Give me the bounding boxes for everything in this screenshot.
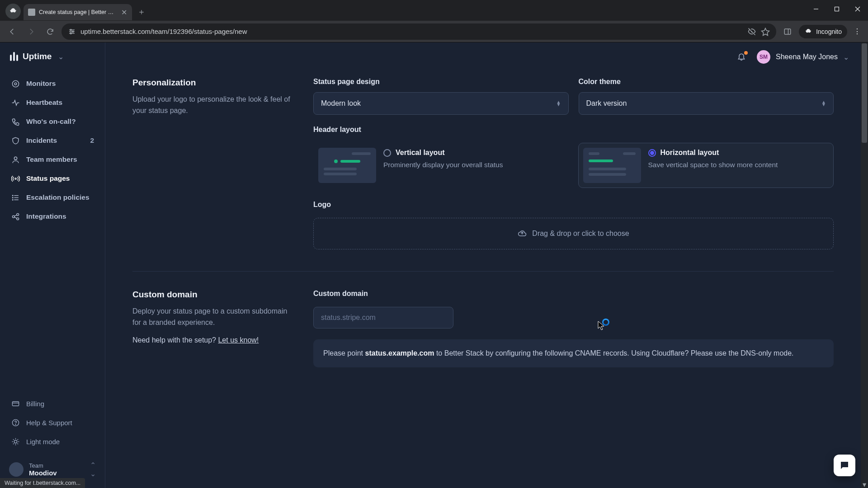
nav-integrations[interactable]: Integrations xyxy=(5,207,100,226)
design-select[interactable]: Modern look ▲▼ xyxy=(313,92,569,115)
theme-select[interactable]: Dark version ▲▼ xyxy=(579,92,834,115)
nav-oncall[interactable]: Who's on-call? xyxy=(5,112,100,131)
bookmark-star-icon[interactable] xyxy=(761,27,770,36)
nav-billing[interactable]: Billing xyxy=(5,394,100,413)
svg-line-40 xyxy=(13,443,14,444)
nav-forward-button[interactable] xyxy=(24,24,39,39)
nav-reload-button[interactable] xyxy=(42,24,58,39)
chevron-down-icon: ⌄ xyxy=(843,53,849,61)
svg-line-39 xyxy=(17,439,18,440)
address-bar[interactable]: uptime.betterstack.com/team/192396/statu… xyxy=(61,23,776,40)
incidents-count-badge: 2 xyxy=(90,136,94,145)
list-icon xyxy=(11,193,20,202)
design-label: Status page design xyxy=(313,78,569,86)
incognito-badge-icon xyxy=(5,4,21,19)
nav-light-mode[interactable]: Light mode xyxy=(5,432,100,451)
window-close-button[interactable] xyxy=(847,0,868,18)
svg-point-25 xyxy=(16,217,19,220)
logo-dropzone[interactable]: Drag & drop or click to choose xyxy=(313,218,834,249)
nav-label: Heartbeats xyxy=(26,99,62,107)
help-link[interactable]: Let us know! xyxy=(218,336,259,344)
svg-rect-1 xyxy=(835,7,839,11)
side-panel-icon[interactable] xyxy=(780,24,795,39)
theme-label: Color theme xyxy=(579,78,834,86)
nav-label: Team members xyxy=(26,155,77,164)
user-menu[interactable]: SM Sheena May Jones ⌄ xyxy=(757,50,849,64)
nav-incidents[interactable]: Incidents2 xyxy=(5,131,100,150)
sidebar: Uptime ⌄ Monitors Heartbeats Who's on-ca… xyxy=(0,42,105,488)
tab-favicon xyxy=(28,9,35,16)
nav-escalation[interactable]: Escalation policies xyxy=(5,188,100,207)
phone-icon xyxy=(11,117,20,126)
nav-monitors[interactable]: Monitors xyxy=(5,74,100,93)
layout-option-horizontal[interactable]: Horizontal layout Save vertical space to… xyxy=(578,143,834,188)
header-layout-label: Header layout xyxy=(313,126,834,134)
window-maximize-button[interactable] xyxy=(826,0,847,18)
svg-line-26 xyxy=(14,215,17,216)
section-title: Personalization xyxy=(132,78,295,88)
svg-point-22 xyxy=(12,199,13,200)
user-avatar: SM xyxy=(757,50,770,64)
custom-domain-label: Custom domain xyxy=(313,290,834,298)
new-tab-button[interactable]: ＋ xyxy=(135,5,148,19)
section-personalization: Personalization Upload your logo to pers… xyxy=(132,71,834,267)
nav-label: Help & Support xyxy=(26,419,72,427)
eye-off-icon[interactable] xyxy=(747,27,756,36)
svg-line-38 xyxy=(17,443,18,444)
svg-point-23 xyxy=(12,216,14,218)
select-chevrons-icon: ▲▼ xyxy=(821,101,826,106)
svg-rect-11 xyxy=(784,29,791,34)
nav-help[interactable]: Help & Support xyxy=(5,413,100,432)
section-custom-domain: Custom domain Deploy your status page to… xyxy=(132,283,834,385)
integrations-icon xyxy=(11,212,20,221)
cname-note: Please point status.example.com to Bette… xyxy=(313,339,834,367)
tab-close-icon[interactable]: ✕ xyxy=(120,9,127,16)
nav-label: Escalation policies xyxy=(26,193,90,202)
nav-label: Integrations xyxy=(26,212,66,221)
dropzone-text: Drag & drop or click to choose xyxy=(532,230,629,238)
browser-toolbar: uptime.betterstack.com/team/192396/statu… xyxy=(0,21,868,42)
radio-vertical[interactable] xyxy=(383,149,391,157)
site-settings-icon[interactable] xyxy=(68,28,76,36)
secondary-nav: Billing Help & Support Light mode xyxy=(0,391,105,454)
brand-logo-icon xyxy=(10,52,18,61)
svg-point-13 xyxy=(12,80,19,87)
status-text: Waiting for t.betterstack.com... xyxy=(5,480,80,486)
notifications-button[interactable] xyxy=(737,52,747,62)
svg-marker-10 xyxy=(762,28,769,35)
nav-team-members[interactable]: Team members xyxy=(5,150,100,169)
custom-domain-input[interactable] xyxy=(313,307,453,328)
card-icon xyxy=(11,399,20,408)
topbar: SM Sheena May Jones ⌄ xyxy=(105,42,868,71)
svg-point-16 xyxy=(14,178,16,179)
browser-status-bar: Waiting for t.betterstack.com... xyxy=(0,478,85,488)
layout-option-vertical[interactable]: Vertical layout Prominently display your… xyxy=(313,143,569,188)
heartbeat-icon xyxy=(11,98,20,107)
incognito-indicator[interactable]: Incognito xyxy=(799,25,847,38)
nav-label: Billing xyxy=(26,400,44,408)
radio-horizontal[interactable] xyxy=(648,149,656,157)
shield-icon xyxy=(11,136,20,145)
svg-point-15 xyxy=(14,157,17,160)
browser-titlebar: Create status page | Better Stac ✕ ＋ xyxy=(0,0,868,21)
browser-tab[interactable]: Create status page | Better Stac ✕ xyxy=(24,4,132,20)
nav-back-button[interactable] xyxy=(5,24,20,39)
chat-fab[interactable] xyxy=(834,455,855,476)
section-desc: Deploy your status page to a custom subd… xyxy=(132,306,295,328)
select-chevrons-icon: ▲▼ xyxy=(557,101,561,106)
nav-label: Light mode xyxy=(26,438,60,446)
note-domain: status.example.com xyxy=(365,349,434,357)
svg-point-32 xyxy=(14,440,17,443)
browser-menu-button[interactable]: ⋮ xyxy=(851,24,863,39)
svg-line-27 xyxy=(14,217,17,218)
window-minimize-button[interactable] xyxy=(806,0,826,18)
team-label: Team xyxy=(29,462,57,469)
help-prefix: Need help with the setup? xyxy=(132,336,218,344)
broadcast-icon xyxy=(11,174,20,183)
note-pre: Please point xyxy=(323,349,365,357)
nav-label: Status pages xyxy=(26,174,70,183)
nav-heartbeats[interactable]: Heartbeats xyxy=(5,93,100,112)
brand[interactable]: Uptime ⌄ xyxy=(0,52,105,71)
nav-status-pages[interactable]: Status pages xyxy=(5,169,100,188)
section-divider xyxy=(132,271,834,272)
